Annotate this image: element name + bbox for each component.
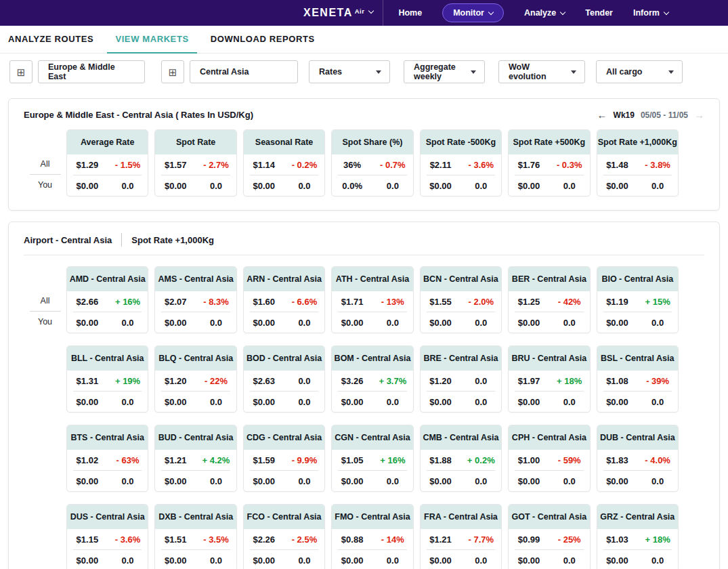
nav-item-monitor[interactable]: Monitor: [442, 3, 504, 22]
you-values-row: 0.0% 0.0: [332, 175, 412, 196]
all-value: $2.11: [421, 160, 461, 170]
all-values-row: $3.26 + 3.7%: [332, 371, 412, 391]
plus-square-icon: ⊞: [17, 67, 26, 77]
airport-grid-row: All You AMD - Central Asia $2.66 + 16% $…: [24, 266, 704, 333]
next-week-arrow-icon[interactable]: →: [694, 110, 704, 120]
previous-week-arrow-icon[interactable]: ←: [597, 110, 607, 120]
rate-card: Spot Rate -500Kg $2.11 - 3.6% $0.00 0.0: [420, 129, 502, 196]
you-value: $0.00: [67, 181, 108, 191]
you-values-row: $0.00 0.0: [597, 471, 678, 491]
you-change: 0.0: [196, 555, 236, 566]
airport-card-metric: Spot Rate +1,000Kg: [131, 235, 214, 245]
tab-download-reports[interactable]: DOWNLOAD REPORTS: [202, 26, 323, 54]
you-values-row: $0.00 0.0: [597, 175, 678, 196]
you-value: $0.00: [597, 318, 638, 328]
destination-input[interactable]: Central Asia: [190, 60, 298, 83]
row-labels-gutter: All You: [24, 425, 66, 492]
rate-card-header: ATH - Central Asia: [332, 267, 412, 291]
rate-card: Spot Share (%) 36% - 0.7% 0.0% 0.0: [331, 129, 413, 196]
you-values-row: $0.00 0.0: [67, 175, 148, 196]
rate-card-header: BRU - Central Asia: [509, 346, 589, 371]
nav-item-analyze[interactable]: Analyze: [524, 8, 565, 18]
all-value: $1.60: [244, 297, 284, 307]
you-change: 0.0: [637, 397, 678, 407]
navbar-divider: [383, 0, 383, 26]
rate-card: BOM - Central Asia $3.26 + 3.7% $0.00 0.…: [331, 345, 413, 413]
all-values-row: $1.05 + 16%: [332, 450, 412, 470]
all-change: - 3.6%: [108, 534, 148, 545]
all-values-row: $1.00 - 59%: [509, 450, 589, 470]
you-change: 0.0: [637, 476, 678, 486]
week-date-range: 05/05 - 11/05: [641, 110, 688, 120]
you-values-row: $0.00 0.0: [509, 471, 589, 491]
all-change: - 3.8%: [637, 160, 678, 170]
all-value: $1.31: [67, 376, 108, 386]
nav-item-home[interactable]: Home: [398, 8, 422, 18]
rate-card-header: BSL - Central Asia: [597, 346, 678, 371]
plus-square-icon: ⊞: [169, 67, 177, 77]
you-value: $0.00: [509, 555, 549, 566]
rate-card: ARN - Central Asia $1.60 - 6.6% $0.00 0.…: [243, 266, 325, 333]
row-labels-gutter: All You: [24, 345, 66, 413]
dropdown-all-cargo[interactable]: All cargo: [596, 60, 683, 83]
all-change: - 39%: [637, 376, 678, 386]
rate-card: FRA - Central Asia $1.21 - 7.7% $0.00 0.…: [420, 504, 502, 569]
all-value: $1.15: [67, 534, 108, 545]
all-values-row: $2.11 - 3.6%: [421, 154, 501, 175]
rate-card-header: BOM - Central Asia: [332, 346, 412, 371]
dropdown-rates[interactable]: Rates: [309, 60, 390, 83]
you-change: 0.0: [637, 555, 678, 566]
rate-card: ATH - Central Asia $1.71 - 13% $0.00 0.0: [331, 266, 413, 333]
rate-card-header: AMD - Central Asia: [67, 267, 148, 291]
rate-card-header: Spot Rate -500Kg: [421, 130, 501, 154]
top-navbar: XENETA Air HomeMonitorAnalyzeTenderInfor…: [0, 0, 728, 26]
all-change: + 4.2%: [196, 455, 236, 465]
airport-grid: All You AMD - Central Asia $2.66 + 16% $…: [24, 266, 704, 569]
all-change: - 9.9%: [284, 455, 325, 465]
all-values-row: $1.15 - 3.6%: [67, 529, 148, 549]
origin-input[interactable]: Europe & Middle East: [38, 60, 145, 83]
you-change: 0.0: [461, 555, 501, 566]
add-origin-button[interactable]: ⊞: [9, 60, 33, 83]
nav-item-inform[interactable]: Inform: [633, 8, 668, 18]
you-value: $0.00: [421, 555, 461, 566]
header-rule: [24, 255, 704, 255]
all-value: $3.26: [332, 376, 372, 386]
all-value: $1.55: [421, 297, 461, 307]
all-value: $1.08: [597, 376, 638, 386]
you-value: $0.00: [332, 476, 372, 486]
chevron-down-icon: [560, 9, 565, 15]
nav-item-tender[interactable]: Tender: [585, 8, 613, 18]
you-values-row: $0.00 0.0: [155, 312, 236, 333]
you-values-row: $0.00 0.0: [509, 392, 589, 412]
all-value: $2.66: [67, 297, 108, 307]
xeneta-logo[interactable]: XENETA Air: [303, 7, 373, 19]
all-change: 0.0: [284, 376, 325, 386]
all-change: + 18%: [637, 534, 678, 545]
rate-card-header: Spot Share (%): [332, 130, 412, 154]
all-value: $2.26: [244, 534, 284, 545]
rate-card: GOT - Central Asia $0.99 - 25% $0.00 0.0: [508, 504, 590, 569]
you-change: 0.0: [461, 476, 501, 486]
you-values-row: $0.00 0.0: [421, 471, 501, 491]
all-change: - 14%: [372, 534, 413, 545]
add-destination-button[interactable]: ⊞: [161, 60, 184, 83]
you-value: $0.00: [244, 397, 284, 407]
dropdown-wow-evolution[interactable]: WoW evolution: [498, 60, 585, 83]
dropdown-aggregate-weekly[interactable]: Aggregate weekly: [404, 60, 485, 83]
all-change: - 7.7%: [461, 534, 501, 545]
rate-card: Spot Rate +1,000Kg $1.48 - 3.8% $0.00 0.…: [597, 129, 679, 196]
all-change: - 42%: [549, 297, 590, 307]
tab-analyze-routes[interactable]: ANALYZE ROUTES: [0, 26, 102, 54]
all-value: $1.83: [597, 455, 638, 465]
you-value: $0.00: [67, 555, 108, 566]
rate-card-header: BRE - Central Asia: [421, 346, 501, 371]
rate-card-header: Average Rate: [67, 130, 148, 154]
rate-card: BRE - Central Asia $1.20 0.0 $0.00 0.0: [420, 345, 502, 413]
tab-view-markets[interactable]: VIEW MARKETS: [107, 26, 196, 54]
all-change: - 1.5%: [108, 160, 148, 170]
nav-item-label: Tender: [585, 8, 613, 18]
you-change: 0.0: [196, 476, 236, 486]
airport-grid-row: All You BLL - Central Asia $1.31 + 19% $…: [24, 345, 704, 413]
you-value: $0.00: [421, 181, 461, 191]
